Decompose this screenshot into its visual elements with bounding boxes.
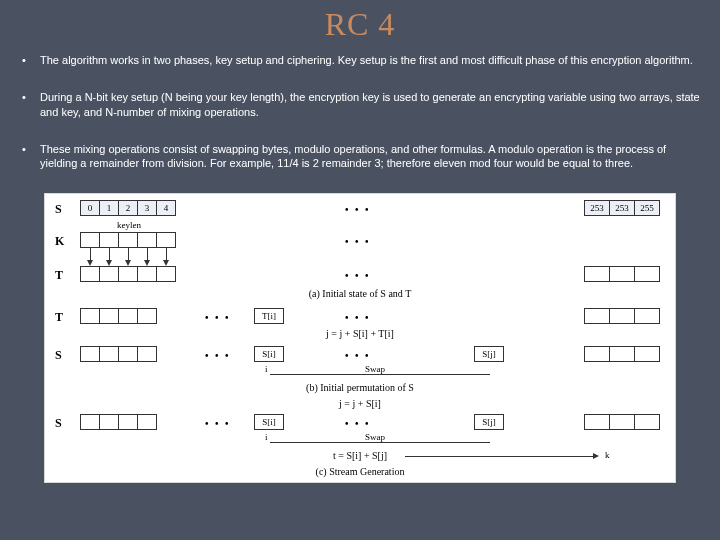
cell [584,414,610,430]
ellipsis: • • • [205,418,231,429]
cell [609,414,635,430]
k-cell [118,232,138,248]
cell [118,414,138,430]
i-marker: i [265,364,268,374]
k-row [81,232,176,248]
s2-tail [585,346,660,362]
label-T: T [55,268,63,283]
t-cell [609,266,635,282]
caption-c: (c) Stream Generation [45,466,675,477]
ellipsis: • • • [345,350,371,361]
cell [80,308,100,324]
bullet-item: • During a N-bit key setup (N being your… [20,90,700,120]
s-tail: 253 253 255 [585,200,660,216]
cell [634,346,660,362]
cell [634,414,660,430]
t-cell [584,266,610,282]
ellipsis: • • • [345,312,371,323]
bullet-text: These mixing operations consist of swapp… [40,142,700,172]
rc4-diagram: S 0 1 2 3 4 • • • 253 253 255 keylen K •… [44,193,676,483]
bullet-item: • These mixing operations consist of swa… [20,142,700,172]
t-cell [80,266,100,282]
bullet-dot: • [20,142,40,157]
cell [99,308,119,324]
bullet-text: During a N-bit key setup (N being your k… [40,90,700,120]
k-cell [99,232,119,248]
caption-b: (b) Initial permutation of S [45,382,675,393]
cell [118,346,138,362]
bullet-item: • The algorithm works in two phases, key… [20,53,700,68]
swap-line [270,374,490,375]
ti-cell: T[i] [254,308,284,324]
cell [609,346,635,362]
si-cell: S[i] [254,414,284,430]
t-cell [137,266,157,282]
cell [137,346,157,362]
cell [118,308,138,324]
swap-label: Swap [365,364,385,374]
k-cell [156,232,176,248]
t-cell [99,266,119,282]
s2-row [81,346,157,362]
arrow-icon [593,453,599,459]
sj-cell: S[j] [474,414,504,430]
cell [137,308,157,324]
swap-line [270,442,490,443]
cell [80,346,100,362]
label-S: S [55,202,62,217]
slide: RC 4 • The algorithm works in two phases… [0,0,720,540]
t-cell [118,266,138,282]
s-cell: 1 [99,200,119,216]
output-line [405,456,595,457]
ellipsis: • • • [345,236,371,247]
s3-row [81,414,157,430]
t-row [81,266,176,282]
si-cell: S[i] [254,346,284,362]
slide-title: RC 4 [0,0,720,43]
ellipsis: • • • [205,312,231,323]
s-tail-cell: 253 [584,200,610,216]
label-S: S [55,416,62,431]
cell [584,308,610,324]
s-row: 0 1 2 3 4 [81,200,176,216]
t2-row [81,308,157,324]
cell [609,308,635,324]
cell [99,414,119,430]
s3-tail [585,414,660,430]
ellipsis: • • • [345,204,371,215]
keylen-label: keylen [117,220,141,230]
i-marker: i [265,432,268,442]
sj-cell: S[j] [474,346,504,362]
label-K: K [55,234,64,249]
bullet-list: • The algorithm works in two phases, key… [0,43,720,171]
label-S: S [55,348,62,363]
k-cell [80,232,100,248]
ellipsis: • • • [205,350,231,361]
s-cell: 2 [118,200,138,216]
t-cell [634,266,660,282]
t-tail [585,266,660,282]
s-cell: 0 [80,200,100,216]
cell [80,414,100,430]
t2-tail [585,308,660,324]
s-tail-cell: 253 [609,200,635,216]
ellipsis: • • • [345,270,371,281]
bullet-dot: • [20,90,40,105]
t-cell [156,266,176,282]
k-output: k [605,450,610,460]
label-T: T [55,310,63,325]
caption-a: (a) Initial state of S and T [45,288,675,299]
formula-b: j = j + S[i] + T[i] [45,328,675,339]
bullet-text: The algorithm works in two phases, key s… [40,53,700,68]
formula-c1: j = j + S[i] [45,398,675,409]
k-cell [137,232,157,248]
s-tail-cell: 255 [634,200,660,216]
swap-label: Swap [365,432,385,442]
cell [137,414,157,430]
bullet-dot: • [20,53,40,68]
cell [584,346,610,362]
s-cell: 4 [156,200,176,216]
ellipsis: • • • [345,418,371,429]
cell [634,308,660,324]
s-cell: 3 [137,200,157,216]
